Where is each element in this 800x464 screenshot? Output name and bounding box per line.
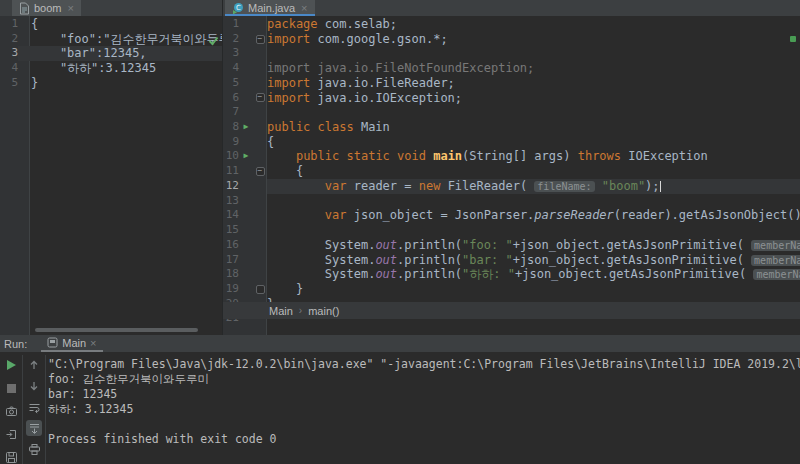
close-icon[interactable]: ×	[301, 2, 307, 14]
code-text: {	[267, 135, 800, 150]
run-console[interactable]: "C:\Program Files\Java\jdk-12.0.2\bin\ja…	[48, 357, 800, 464]
horizontal-scrollbar[interactable]	[35, 328, 198, 332]
code-text: var json_object = JsonParser.parseReader…	[267, 208, 800, 223]
code-line[interactable]: 3 "bar":12345,	[0, 46, 222, 61]
code-text: "하하":3.12345	[18, 61, 222, 76]
code-text: }	[267, 282, 800, 297]
scroll-to-end-icon[interactable]	[26, 420, 42, 436]
code-token: (reader).getAsJsonObject();	[614, 208, 800, 222]
line-number: 12	[223, 179, 239, 194]
code-line[interactable]: 18 System.out.println("하하: "+json_object…	[223, 267, 800, 282]
toolbar-separator	[22, 355, 23, 464]
fold-collapse-icon[interactable]: −	[256, 35, 265, 44]
code-token: System.	[267, 253, 375, 267]
stop-icon[interactable]	[3, 380, 19, 396]
rerun-icon[interactable]	[3, 357, 19, 373]
code-text: import java.io.FileNotFoundException;	[267, 61, 800, 76]
code-token: {	[267, 135, 274, 149]
svg-text:C: C	[236, 4, 241, 12]
code-line[interactable]: 7	[223, 105, 800, 120]
code-line[interactable]: 14 var json_object = JsonParser.parseRea…	[223, 208, 800, 223]
exit-icon[interactable]	[3, 426, 19, 442]
soft-wrap-icon[interactable]	[26, 399, 42, 415]
code-line[interactable]: 4 "하하":3.12345	[0, 61, 222, 76]
code-line[interactable]: 2 "foo":"김수한무거북이와두루미",	[0, 32, 222, 47]
code-line[interactable]: 10▶ public static void main(String[] arg…	[223, 149, 800, 164]
breadcrumb-item-class[interactable]: Main	[269, 305, 293, 317]
fold-collapse-icon[interactable]: −	[256, 167, 265, 176]
code-text: {	[267, 164, 800, 179]
code-token: .println(	[397, 267, 462, 281]
inspection-indicator-icon	[790, 36, 796, 42]
print-icon[interactable]	[26, 441, 42, 457]
console-line	[48, 417, 800, 432]
code-line[interactable]: 1package com.selab;	[223, 17, 800, 32]
code-line[interactable]: 11− {	[223, 164, 800, 179]
down-arrow-icon[interactable]	[26, 378, 42, 394]
code-line[interactable]: 15	[223, 223, 800, 238]
java-editor-pane: 1package com.selab;2−import com.google.g…	[222, 0, 800, 335]
save-icon[interactable]	[3, 449, 19, 464]
up-arrow-icon[interactable]	[26, 357, 42, 373]
right-editor-lines: 1package com.selab;2−import com.google.g…	[223, 17, 800, 326]
gutter-marker	[239, 223, 253, 238]
run-header: Run: Main ×	[0, 335, 800, 352]
code-text: public static void main(String[] args) t…	[267, 149, 800, 164]
gutter-marker	[239, 135, 253, 150]
json-editor[interactable]: 1{2 "foo":"김수한무거북이와두루미",3 "bar":12345,4 …	[0, 16, 222, 335]
code-line[interactable]: 1{	[0, 17, 222, 32]
code-token: public class	[267, 120, 361, 134]
code-text	[267, 223, 800, 238]
line-number: 13	[223, 194, 239, 209]
breadcrumb-item-method[interactable]: main()	[308, 305, 339, 317]
code-line[interactable]: 17 System.out.println("bar: "+json_objec…	[223, 253, 800, 268]
code-token: reader =	[346, 179, 418, 193]
tab-boom[interactable]: boom ×	[12, 0, 81, 16]
camera-icon[interactable]	[3, 403, 19, 419]
fold-collapse-icon[interactable]: −	[256, 93, 265, 102]
fold-end-icon[interactable]	[256, 285, 265, 294]
code-line[interactable]: 12 var reader = new FileReader( fileName…	[223, 179, 800, 194]
code-token: }	[267, 282, 303, 296]
code-line[interactable]: 3	[223, 46, 800, 61]
line-number: 16	[223, 238, 239, 253]
code-token: IOException	[621, 149, 708, 163]
code-line[interactable]: 4import java.io.FileNotFoundException;	[223, 61, 800, 76]
left-editor-lines: 1{2 "foo":"김수한무거북이와두루미",3 "bar":12345,4 …	[0, 17, 222, 91]
fold-column	[253, 253, 267, 268]
code-token: System.	[267, 267, 375, 281]
code-line[interactable]: 5import java.io.FileReader;	[223, 76, 800, 91]
fold-column	[253, 194, 267, 209]
code-text: System.out.println("foo: "+json_object.g…	[267, 238, 800, 253]
code-text	[267, 46, 800, 61]
line-number: 10	[223, 149, 239, 164]
gutter-marker	[239, 61, 253, 76]
gutter-marker	[239, 179, 253, 194]
file-icon	[19, 2, 30, 15]
code-line[interactable]: 2−import com.google.gson.*;	[223, 32, 800, 47]
close-icon[interactable]: ×	[68, 2, 74, 14]
close-icon[interactable]: ×	[90, 337, 96, 349]
code-line[interactable]: 13	[223, 194, 800, 209]
code-line[interactable]: 8▶public class Main	[223, 120, 800, 135]
code-line[interactable]: 9{	[223, 135, 800, 150]
run-line-icon[interactable]: ▶	[239, 120, 253, 135]
code-line[interactable]: 5}	[0, 76, 222, 91]
code-token: out	[375, 267, 397, 281]
code-text: }	[18, 76, 222, 91]
code-text: "bar":12345,	[18, 46, 222, 61]
code-token: json_object = JsonParser.	[346, 208, 534, 222]
run-tab-main[interactable]: Main ×	[41, 335, 102, 352]
tab-label: Main	[62, 337, 86, 349]
code-line[interactable]: 6−import java.io.IOException;	[223, 91, 800, 106]
line-number: 3	[0, 46, 18, 61]
code-text: public class Main	[267, 120, 800, 135]
fold-column	[253, 267, 267, 282]
gutter-marker	[239, 282, 253, 297]
tab-main-java[interactable]: C Main.java ×	[225, 0, 315, 16]
code-line[interactable]: 19 }	[223, 282, 800, 297]
code-line[interactable]: 16 System.out.println("foo: "+json_objec…	[223, 238, 800, 253]
run-line-icon[interactable]: ▶	[239, 149, 253, 164]
java-editor[interactable]: 1package com.selab;2−import com.google.g…	[223, 16, 800, 335]
code-token: com.google.gson.*;	[318, 32, 448, 46]
